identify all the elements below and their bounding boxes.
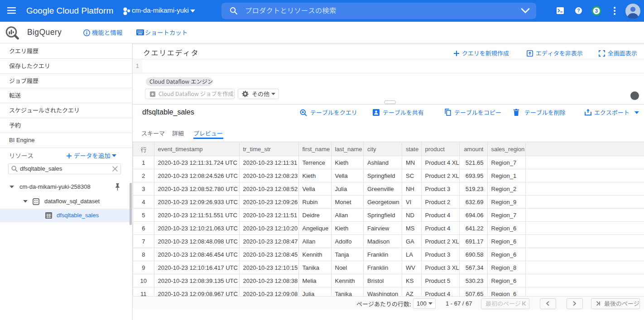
svg-text:?: ?: [577, 8, 580, 13]
svg-text:3: 3: [595, 8, 598, 14]
